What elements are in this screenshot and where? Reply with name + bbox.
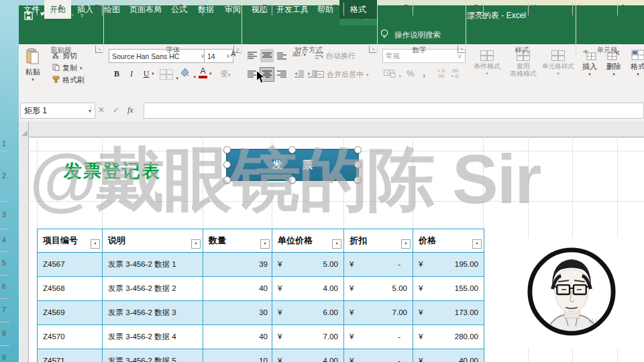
- cell-price[interactable]: ¥173.00: [413, 301, 484, 324]
- col-header-E[interactable]: E: [329, 0, 342, 15]
- shape-handle-w[interactable]: [223, 161, 231, 168]
- shape-handle-ne[interactable]: [354, 146, 362, 154]
- col-header-F[interactable]: F: [399, 0, 413, 15]
- filter-button[interactable]: ▾: [332, 239, 341, 249]
- cell-discount[interactable]: ¥-: [344, 253, 413, 276]
- number-dialog-launcher[interactable]: ↘: [458, 46, 465, 53]
- shape-handle-n[interactable]: [288, 146, 296, 154]
- fx-icon[interactable]: fx: [127, 103, 133, 117]
- cell-discount[interactable]: ¥-: [344, 325, 413, 349]
- row-header-8[interactable]: 8: [0, 329, 8, 337]
- table-row[interactable]: Z4567 发票 3-456-2 数据 1 39 ¥5.00 ¥- ¥195.0…: [38, 253, 484, 276]
- row-header-5[interactable]: 5: [0, 259, 8, 267]
- formula-bar-handle[interactable]: ⁞: [90, 103, 91, 117]
- cell-price[interactable]: ¥155.00: [413, 277, 484, 300]
- row-header-7[interactable]: 7: [0, 306, 8, 314]
- cell-unit-price[interactable]: ¥4.00: [272, 277, 344, 300]
- decrease-decimal-button[interactable]: .00+.0: [451, 68, 458, 79]
- increase-decimal-button[interactable]: +.000: [437, 68, 445, 79]
- cell-unit-price[interactable]: ¥6.00: [272, 301, 344, 324]
- alignment-dialog-launcher[interactable]: ↘: [369, 46, 376, 53]
- col-header-A[interactable]: A: [54, 0, 67, 15]
- underline-button[interactable]: U: [140, 67, 153, 80]
- cell-desc[interactable]: 发票 3-456-2 数据 4: [103, 325, 203, 349]
- tab-page-layout[interactable]: 页面布局: [126, 0, 165, 19]
- cell-qty[interactable]: 40: [203, 277, 272, 300]
- cell-item[interactable]: Z4571: [38, 349, 103, 362]
- fill-color-button[interactable]: ▾: [180, 68, 196, 81]
- row-header-4[interactable]: 4: [0, 236, 8, 244]
- accounting-format-button[interactable]: ▾: [384, 68, 401, 80]
- cell-qty[interactable]: 10: [203, 349, 272, 362]
- filter-button[interactable]: ▾: [191, 239, 201, 249]
- col-header-H[interactable]: H: [527, 0, 540, 15]
- align-top-button[interactable]: [246, 49, 259, 62]
- font-dialog-launcher[interactable]: ↘: [233, 46, 241, 53]
- enter-icon[interactable]: ✓: [113, 103, 119, 117]
- clipboard-dialog-launcher[interactable]: ↘: [95, 46, 103, 53]
- tell-me-search[interactable]: 操作说明搜索: [380, 25, 441, 44]
- bold-button[interactable]: B: [110, 67, 123, 80]
- row-header-9[interactable]: 9: [0, 353, 8, 361]
- cell-item[interactable]: Z4568: [38, 277, 103, 300]
- table-row[interactable]: Z4570 发票 3-456-2 数据 4 40 ¥7.00 ¥- ¥280.0…: [38, 324, 484, 349]
- filter-button[interactable]: ▾: [401, 239, 411, 249]
- cell-unit-price[interactable]: ¥5.00: [272, 253, 344, 276]
- col-header-C[interactable]: C: [174, 0, 187, 15]
- tab-data[interactable]: 数据: [193, 0, 219, 19]
- align-right-button[interactable]: [275, 68, 288, 81]
- cell-qty[interactable]: 40: [203, 325, 272, 349]
- col-header-G[interactable]: G: [469, 0, 482, 15]
- cell-qty[interactable]: 39: [203, 253, 272, 276]
- cell-item[interactable]: Z4567: [38, 253, 103, 276]
- underline-caret-icon[interactable]: ▾: [152, 71, 154, 76]
- cell-unit-price[interactable]: ¥7.00: [272, 325, 344, 349]
- merge-center-button[interactable]: 合并后居中 ▾: [315, 70, 369, 80]
- font-size-combo[interactable]: 14 ∨: [204, 49, 233, 63]
- tab-format[interactable]: 格式: [339, 0, 377, 19]
- tab-file[interactable]: 文件: [19, 0, 44, 19]
- cell-price[interactable]: ¥40.00: [413, 349, 484, 362]
- row-header-6[interactable]: 6: [0, 282, 8, 290]
- col-header-D[interactable]: D: [258, 0, 272, 15]
- font-color-caret-icon[interactable]: ▾: [209, 71, 212, 76]
- percent-style-button[interactable]: %: [407, 68, 415, 78]
- cell-discount[interactable]: ¥-: [344, 349, 413, 362]
- cell-discount[interactable]: ¥5.00: [344, 277, 413, 300]
- table-row[interactable]: Z4569 发票 3-456-2 数据 3 30 ¥6.00 ¥7.00 ¥17…: [38, 300, 484, 324]
- filter-button[interactable]: ▾: [260, 239, 270, 249]
- cell-price[interactable]: ¥280.00: [413, 325, 484, 349]
- cell-price[interactable]: ¥195.00: [413, 253, 484, 276]
- col-header-J[interactable]: J: [616, 0, 629, 15]
- shape-handle-se[interactable]: [354, 176, 362, 184]
- col-header-I[interactable]: I: [572, 0, 585, 15]
- cell-desc[interactable]: 发票 3-456-2 数据 2: [103, 277, 203, 300]
- table-row[interactable]: Z4571 发票 3-456-2 数据 5 10 ¥4.00 ¥- ¥40.00: [38, 349, 484, 362]
- phonetic-guide-button[interactable]: 变▾: [220, 68, 231, 80]
- borders-button[interactable]: ▾: [160, 69, 178, 82]
- format-painter-button[interactable]: 格式刷: [52, 75, 85, 85]
- cell-discount[interactable]: ¥7.00: [344, 301, 413, 324]
- formula-input[interactable]: [144, 103, 644, 119]
- font-color-button[interactable]: A: [199, 67, 207, 78]
- shape-handle-nw[interactable]: [223, 146, 231, 154]
- filter-button[interactable]: ▾: [472, 239, 482, 249]
- select-all-corner[interactable]: [19, 121, 29, 137]
- cell-unit-price[interactable]: ¥4.00: [272, 349, 344, 362]
- italic-button[interactable]: I: [125, 67, 138, 80]
- name-box[interactable]: 矩形 1 ▾: [20, 103, 95, 119]
- shape-handle-s[interactable]: [288, 176, 296, 184]
- cell-qty[interactable]: 30: [203, 301, 272, 324]
- cell-desc[interactable]: 发票 3-456-2 数据 3: [103, 301, 203, 324]
- table-row[interactable]: Z4568 发票 3-456-2 数据 2 40 ¥4.00 ¥5.00 ¥15…: [38, 276, 484, 300]
- comma-style-button[interactable]: ,: [423, 67, 425, 78]
- filter-button[interactable]: ▾: [91, 239, 100, 249]
- cell-desc[interactable]: 发票 3-456-2 数据 1: [103, 253, 203, 276]
- row-header-3[interactable]: 3: [0, 210, 8, 219]
- tab-developer[interactable]: 开发工具: [274, 0, 311, 19]
- decrease-indent-button[interactable]: [292, 68, 306, 81]
- cancel-icon[interactable]: ✕: [98, 103, 105, 117]
- row-header-2[interactable]: 2: [0, 172, 8, 180]
- align-middle-button[interactable]: [260, 49, 274, 62]
- cell-item[interactable]: Z4570: [38, 325, 103, 349]
